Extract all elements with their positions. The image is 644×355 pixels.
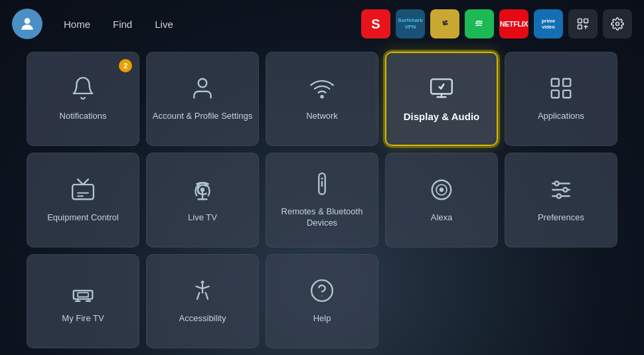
svg-rect-14 <box>563 79 570 86</box>
svg-point-9 <box>321 96 323 98</box>
app-prime[interactable]: primevideo <box>534 9 563 38</box>
tile-applications-label: Applications <box>538 111 584 122</box>
tile-fire-tv-label: My Fire TV <box>62 313 104 324</box>
tile-display-audio[interactable]: Display & Audio <box>385 52 498 146</box>
tile-notifications-label: Notifications <box>60 111 107 122</box>
tile-accessibility-label: Accessibility <box>179 313 226 324</box>
tile-help-label: Help <box>313 313 331 324</box>
grid-icon <box>548 76 574 104</box>
tile-account[interactable]: Account & Profile Settings <box>146 52 259 146</box>
tv-icon <box>70 177 96 206</box>
nav-links: Home Find Live <box>54 15 183 34</box>
apps-grid-button[interactable] <box>568 9 598 38</box>
tile-alexa-label: Alexa <box>431 212 453 224</box>
fire-tv-icon <box>70 278 96 307</box>
svg-point-28 <box>440 187 443 191</box>
tile-notifications[interactable]: 2 Notifications <box>27 52 139 146</box>
tile-remotes-label: Remotes & Bluetooth Devices <box>266 206 378 229</box>
notification-badge: 2 <box>119 59 132 72</box>
tile-alexa[interactable]: Alexa <box>385 153 498 247</box>
tile-preferences-label: Preferences <box>538 212 584 224</box>
svg-rect-16 <box>563 90 570 98</box>
svg-point-1 <box>473 17 486 31</box>
wifi-icon <box>309 76 335 104</box>
svg-rect-2 <box>578 19 582 23</box>
tile-applications[interactable]: Applications <box>505 52 617 146</box>
sliders-icon <box>548 177 574 206</box>
tile-network-label: Network <box>306 111 338 122</box>
person-icon <box>190 76 215 104</box>
svg-point-34 <box>557 194 561 198</box>
alexa-icon <box>429 177 454 206</box>
topbar: Home Find Live S SurfsharkVPN 📽 NETFLIX … <box>0 0 644 48</box>
tile-live-tv-label: Live TV <box>188 212 217 224</box>
svg-point-0 <box>25 18 31 24</box>
tile-accessibility[interactable]: Accessibility <box>146 254 259 348</box>
app-misc[interactable]: 📽 <box>430 9 459 38</box>
svg-rect-35 <box>74 291 93 299</box>
svg-rect-13 <box>552 79 559 86</box>
tile-display-audio-label: Display & Audio <box>404 110 479 123</box>
avatar[interactable] <box>12 9 42 39</box>
tile-equipment-control[interactable]: Equipment Control <box>27 153 139 247</box>
svg-rect-17 <box>72 184 94 199</box>
tile-preferences[interactable]: Preferences <box>505 153 617 247</box>
antenna-icon <box>190 177 215 206</box>
bell-icon <box>70 76 96 104</box>
svg-point-24 <box>321 178 323 180</box>
nav-live[interactable]: Live <box>145 15 183 34</box>
svg-rect-40 <box>78 293 88 297</box>
app-sling[interactable]: S <box>361 9 390 38</box>
svg-point-32 <box>555 181 559 185</box>
app-netflix[interactable]: NETFLIX <box>499 9 528 38</box>
tile-equipment-label: Equipment Control <box>47 212 119 224</box>
nav-home[interactable]: Home <box>54 15 100 34</box>
svg-point-44 <box>321 295 323 297</box>
svg-point-7 <box>616 23 619 26</box>
tile-my-fire-tv[interactable]: My Fire TV <box>27 254 139 348</box>
tile-live-tv[interactable]: Live TV <box>146 153 259 247</box>
app-surfshark[interactable]: SurfsharkVPN <box>396 9 425 38</box>
svg-rect-4 <box>578 25 582 29</box>
help-icon <box>309 278 335 307</box>
svg-point-43 <box>311 280 333 301</box>
display-icon <box>429 75 454 104</box>
remote-icon <box>309 171 335 200</box>
svg-point-33 <box>563 187 567 191</box>
tile-account-label: Account & Profile Settings <box>153 111 252 122</box>
svg-point-41 <box>201 281 204 284</box>
svg-rect-3 <box>584 19 588 23</box>
settings-button[interactable] <box>603 9 632 38</box>
svg-rect-15 <box>552 90 559 98</box>
accessibility-icon <box>190 278 215 307</box>
tile-remotes-bluetooth[interactable]: Remotes & Bluetooth Devices <box>266 153 378 247</box>
app-spotify[interactable] <box>465 9 494 38</box>
tile-help[interactable]: Help <box>266 254 378 348</box>
tile-network[interactable]: Network <box>266 52 378 146</box>
settings-grid: 2 Notifications Account & Profile Settin… <box>0 48 644 355</box>
svg-point-8 <box>199 79 207 88</box>
app-icons: S SurfsharkVPN 📽 NETFLIX primevideo <box>361 9 632 38</box>
nav-find[interactable]: Find <box>104 15 141 34</box>
